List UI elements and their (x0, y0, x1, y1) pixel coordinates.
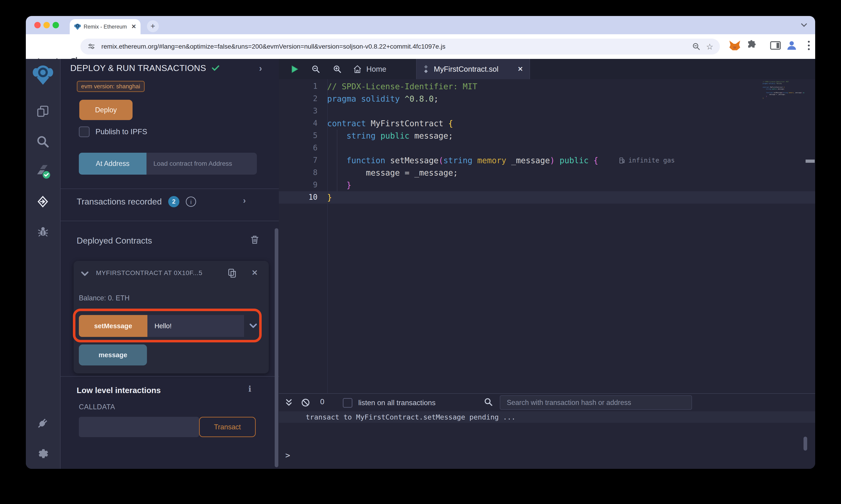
terminal-search-icon (484, 397, 493, 407)
chevron-down-icon[interactable] (80, 269, 90, 278)
code-line[interactable]: 8 message = _message; (279, 167, 815, 179)
close-icon[interactable]: ✕ (131, 24, 136, 30)
zoom-out-icon[interactable] (311, 65, 321, 74)
line-number: 10 (279, 191, 327, 204)
code-text: function setMessage(string memory _messa… (327, 154, 598, 167)
code-line[interactable]: 7 function setMessage(string memory _mes… (279, 154, 815, 167)
minimap-line: string public message; (762, 88, 804, 90)
code-line[interactable]: 9 } (279, 179, 815, 191)
ban-icon[interactable] (301, 398, 310, 407)
collapse-terminal-icon[interactable] (284, 398, 293, 407)
contract-balance: Balance: 0. ETH (79, 294, 130, 302)
play-icon[interactable] (290, 65, 299, 74)
evm-version-badge: evm version: shanghai (77, 81, 145, 92)
copy-icon[interactable] (227, 267, 238, 279)
contract-card-header[interactable]: MYFIRSTCONTRACT AT 0X10F...5 ✕ (73, 267, 269, 280)
editor-tabbar: Home MyFirstContract.sol ✕ (279, 59, 815, 79)
settings-gear-icon[interactable] (26, 446, 60, 459)
code-lines[interactable]: 1// SPDX-License-Identifier: MIT2pragma … (279, 80, 815, 204)
divider (61, 376, 279, 377)
url-text[interactable]: remix.ethereum.org/#lang=en&optimize=fal… (101, 43, 687, 50)
code-editor[interactable]: 1// SPDX-License-Identifier: MIT2pragma … (279, 79, 815, 394)
set-message-button[interactable]: setMessage (79, 315, 148, 337)
line-number: 1 (279, 80, 327, 93)
terminal-prompt[interactable]: > (286, 451, 290, 460)
gas-annotation: infinite gas (619, 154, 675, 167)
panel-scrollbar[interactable] (275, 228, 278, 467)
code-line[interactable]: 2pragma solidity ^0.8.0; (279, 93, 815, 105)
code-line[interactable]: 6 (279, 142, 815, 154)
extensions-icon[interactable] (745, 39, 758, 52)
info-icon[interactable]: i (248, 384, 252, 394)
transact-button[interactable]: Transact (199, 417, 256, 437)
profile-icon[interactable] (785, 39, 798, 52)
minimap-line: pragma solidity ^0.8.0; (762, 83, 804, 85)
tab-myfirstcontract[interactable]: MyFirstContract.sol ✕ (416, 59, 530, 79)
metamask-icon[interactable] (728, 39, 741, 52)
site-settings-icon[interactable] (87, 42, 96, 51)
deployed-contract-card: MYFIRSTCONTRACT AT 0X10F...5 ✕ Balance: … (73, 261, 269, 374)
traffic-close-button[interactable] (34, 22, 41, 28)
transactions-count-badge: 2 (168, 196, 179, 207)
search-icon[interactable] (26, 135, 60, 148)
code-line[interactable]: 3 (279, 105, 815, 117)
message-button[interactable]: message (79, 344, 147, 365)
debugger-icon[interactable] (26, 225, 60, 238)
tab-title: Remix - Ethereum IDE (84, 24, 128, 30)
chevron-down-icon[interactable] (799, 21, 809, 30)
line-number: 9 (279, 179, 327, 191)
code-line[interactable]: 5 string public message; (279, 130, 815, 142)
plugin-manager-icon[interactable] (26, 416, 60, 430)
publish-ipfs-label: Publish to IPFS (96, 127, 147, 136)
traffic-minimize-button[interactable] (44, 22, 50, 28)
deploy-run-icon[interactable] (26, 195, 60, 209)
publish-ipfs-row: Publish to IPFS (79, 126, 147, 137)
side-panel-icon[interactable] (769, 39, 782, 52)
chevron-right-icon[interactable]: › (243, 196, 246, 205)
minimap-line: } (762, 95, 804, 97)
file-tab-label: MyFirstContract.sol (434, 65, 513, 73)
new-tab-button[interactable]: + (147, 20, 159, 32)
at-address-input[interactable] (147, 153, 257, 175)
publish-ipfs-checkbox[interactable] (79, 126, 90, 137)
code-line[interactable]: 1// SPDX-License-Identifier: MIT (279, 80, 815, 93)
zoom-minus-icon[interactable] (692, 42, 701, 51)
address-bar[interactable]: remix.ethereum.org/#lang=en&optimize=fal… (81, 39, 720, 55)
code-line[interactable]: 4contract MyFirstContract { (279, 117, 815, 130)
at-address-button[interactable]: At Address (79, 153, 147, 175)
contract-name: MYFIRSTCONTRACT AT 0X10F...5 (96, 269, 223, 277)
bookmark-star-icon[interactable]: ☆ (706, 43, 714, 51)
tab-home[interactable]: Home (353, 59, 386, 79)
minimap[interactable]: // SPDX-License-Identifier: MITpragma so… (762, 81, 804, 99)
terminal-log-row[interactable]: transact to MyFirstContract.setMessage p… (279, 411, 815, 422)
line-number: 6 (279, 142, 327, 154)
remix-app: DEPLOY & RUN TRANSACTIONS › evm version:… (26, 59, 816, 469)
browser-tab[interactable]: Remix - Ethereum IDE ✕ (70, 19, 140, 34)
line-number: 8 (279, 167, 327, 179)
code-line[interactable]: 10} (279, 191, 815, 204)
calldata-label: CALLDATA (79, 403, 115, 411)
solidity-compiler-icon[interactable] (26, 164, 60, 179)
terminal: 0 listen on all transactions transact to… (279, 393, 815, 469)
traffic-zoom-button[interactable] (53, 22, 59, 28)
set-message-input[interactable] (148, 315, 244, 337)
browser-tabstrip: Remix - Ethereum IDE ✕ + (26, 16, 816, 34)
file-explorer-icon[interactable] (26, 105, 60, 118)
minimap-line (762, 90, 804, 92)
chevron-down-icon[interactable] (248, 321, 258, 330)
remix-logo-icon[interactable] (26, 65, 60, 86)
terminal-scrollbar[interactable] (804, 437, 807, 451)
zoom-in-icon[interactable] (332, 65, 342, 74)
close-icon[interactable]: ✕ (252, 268, 258, 277)
chevron-right-icon[interactable]: › (259, 63, 262, 73)
deploy-button[interactable]: Deploy (79, 100, 132, 120)
info-icon[interactable]: i (186, 197, 196, 207)
terminal-search-input[interactable] (500, 395, 692, 410)
menu-dots-icon[interactable] (802, 39, 815, 52)
close-icon[interactable]: ✕ (518, 65, 523, 73)
trash-icon[interactable] (249, 234, 260, 245)
calldata-input[interactable] (79, 417, 199, 437)
listen-checkbox[interactable] (343, 398, 353, 408)
line-number: 2 (279, 93, 327, 105)
transactions-recorded-label: Transactions recorded (77, 197, 162, 206)
